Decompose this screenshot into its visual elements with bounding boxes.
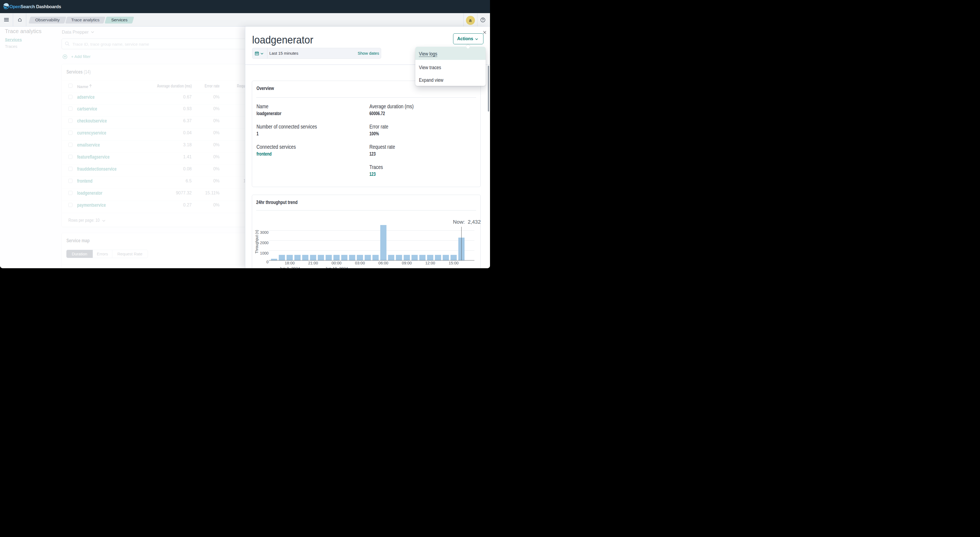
svg-text:1000: 1000 <box>260 251 269 255</box>
svg-text:0: 0 <box>266 260 269 264</box>
svg-text:15:00: 15:00 <box>449 261 458 265</box>
svg-text:Jun 10, 2024: Jun 10, 2024 <box>325 266 348 268</box>
svg-text:18:00: 18:00 <box>285 261 294 265</box>
svg-text:09:00: 09:00 <box>402 261 412 265</box>
svg-text:21:00: 21:00 <box>308 261 318 265</box>
svg-text:Jun 9, 2024: Jun 9, 2024 <box>280 266 300 268</box>
svg-text:Now: 2,432: Now: 2,432 <box>453 219 481 225</box>
svg-text:2000: 2000 <box>260 241 269 245</box>
svg-text:3000: 3000 <box>260 230 269 235</box>
svg-text:Throughput (n): Throughput (n) <box>254 230 259 253</box>
svg-text:06:00: 06:00 <box>379 261 388 265</box>
svg-text:00:00: 00:00 <box>332 261 342 265</box>
svg-text:12:00: 12:00 <box>425 261 435 265</box>
svg-text:03:00: 03:00 <box>355 261 365 265</box>
